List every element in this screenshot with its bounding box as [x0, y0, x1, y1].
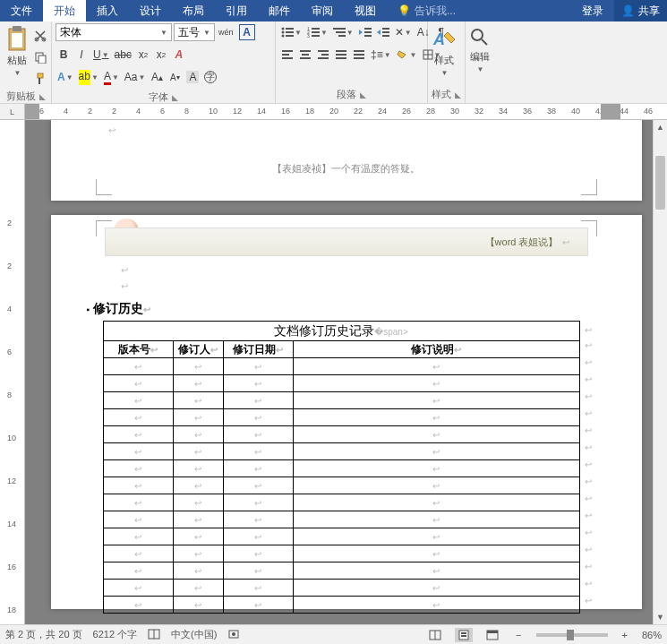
table-cell[interactable]: ↩: [223, 426, 293, 443]
table-cell[interactable]: ↩: [103, 528, 173, 545]
table-cell[interactable]: ↩: [103, 392, 173, 409]
tell-me[interactable]: 💡 告诉我...: [387, 0, 466, 21]
text-effects-button[interactable]: A▼: [56, 68, 75, 86]
table-cell[interactable]: ↩: [103, 494, 173, 511]
font-size-select[interactable]: 五号▼: [174, 23, 215, 41]
table-cell[interactable]: ↩: [293, 392, 579, 409]
view-web-button[interactable]: [483, 628, 501, 642]
zoom-in-button[interactable]: +: [619, 630, 631, 640]
table-cell[interactable]: ↩: [223, 545, 293, 562]
table-cell[interactable]: ↩: [223, 460, 293, 477]
character-shading-button[interactable]: A: [184, 68, 201, 86]
align-justify-button[interactable]: [333, 46, 349, 64]
status-page[interactable]: 第 2 页，共 20 页: [5, 628, 82, 641]
tab-layout[interactable]: 布局: [172, 0, 215, 21]
font-launcher[interactable]: ◣: [172, 93, 178, 102]
italic-button[interactable]: I: [73, 46, 90, 64]
table-cell[interactable]: ↩: [103, 375, 173, 392]
login-button[interactable]: 登录: [571, 0, 614, 21]
zoom-slider[interactable]: [536, 633, 608, 637]
table-cell[interactable]: ↩: [173, 580, 223, 597]
table-cell[interactable]: ↩: [293, 562, 579, 580]
asian-layout-button[interactable]: ✕▼: [393, 23, 414, 41]
table-cell[interactable]: ↩: [173, 426, 223, 443]
scroll-thumb[interactable]: [655, 156, 665, 210]
table-cell[interactable]: ↩: [223, 580, 293, 597]
table-cell[interactable]: ↩: [223, 477, 293, 494]
scroll-down-button[interactable]: ▼: [654, 610, 667, 624]
tab-home[interactable]: 开始: [43, 0, 86, 21]
cut-button[interactable]: [32, 27, 48, 45]
table-cell[interactable]: ↩: [103, 409, 173, 426]
table-cell[interactable]: ↩: [293, 511, 579, 528]
tab-references[interactable]: 引用: [215, 0, 258, 21]
table-cell[interactable]: ↩: [173, 409, 223, 426]
table-cell[interactable]: ↩: [103, 477, 173, 494]
multilevel-list-button[interactable]: ▼: [331, 23, 355, 41]
share-button[interactable]: 👤 共享: [614, 0, 667, 21]
editing-button[interactable]: 编辑 ▼: [469, 23, 491, 73]
table-cell[interactable]: ↩: [293, 597, 579, 614]
table-cell[interactable]: ↩: [103, 511, 173, 528]
table-cell[interactable]: ↩: [173, 528, 223, 545]
table-cell[interactable]: ↩: [293, 426, 579, 443]
table-cell[interactable]: ↩: [223, 358, 293, 375]
distribute-button[interactable]: [351, 46, 367, 64]
table-cell[interactable]: ↩: [173, 477, 223, 494]
tab-view[interactable]: 视图: [344, 0, 387, 21]
table-cell[interactable]: ↩: [293, 358, 579, 375]
table-cell[interactable]: ↩: [223, 375, 293, 392]
line-spacing-button[interactable]: ‡≡▼: [369, 46, 393, 64]
table-cell[interactable]: ↩: [293, 375, 579, 392]
subscript-button[interactable]: x2: [135, 46, 151, 64]
table-cell[interactable]: ↩: [293, 545, 579, 562]
table-cell[interactable]: ↩: [173, 545, 223, 562]
decrease-indent-button[interactable]: [357, 23, 373, 41]
tab-file[interactable]: 文件: [0, 0, 43, 21]
table-cell[interactable]: ↩: [223, 597, 293, 614]
table-cell[interactable]: ↩: [103, 580, 173, 597]
align-center-button[interactable]: [297, 46, 313, 64]
font-color-button[interactable]: A▼: [102, 68, 121, 86]
table-cell[interactable]: ↩: [293, 460, 579, 477]
increase-indent-button[interactable]: [375, 23, 391, 41]
highlight-button[interactable]: ab▼: [77, 68, 100, 86]
horizontal-ruler[interactable]: 6422468101214161820222426283032343638404…: [25, 104, 667, 119]
zoom-knob[interactable]: [567, 630, 574, 640]
vertical-scrollbar[interactable]: ▲ ▼: [653, 120, 667, 624]
table-cell[interactable]: ↩: [103, 597, 173, 614]
table-cell[interactable]: ↩: [103, 426, 173, 443]
table-cell[interactable]: ↩: [173, 443, 223, 460]
table-cell[interactable]: ↩: [103, 443, 173, 460]
table-cell[interactable]: ↩: [223, 562, 293, 580]
paragraph-launcher[interactable]: ◣: [360, 90, 366, 99]
strikethrough-button[interactable]: abc: [113, 46, 133, 64]
tab-review[interactable]: 审阅: [301, 0, 344, 21]
styles-launcher[interactable]: ◣: [455, 90, 461, 99]
tab-insert[interactable]: 插入: [86, 0, 129, 21]
table-cell[interactable]: ↩: [293, 443, 579, 460]
table-cell[interactable]: ↩: [223, 494, 293, 511]
table-cell[interactable]: ↩: [173, 460, 223, 477]
phonetic-guide-button[interactable]: wén: [217, 23, 235, 41]
zoom-level[interactable]: 86%: [642, 630, 662, 640]
styles-button[interactable]: A 样式 ▼: [432, 23, 457, 77]
table-cell[interactable]: ↩: [223, 409, 293, 426]
table-cell[interactable]: ↩: [173, 392, 223, 409]
table-cell[interactable]: ↩: [103, 358, 173, 375]
table-cell[interactable]: ↩: [223, 443, 293, 460]
table-cell[interactable]: ↩: [173, 494, 223, 511]
status-language[interactable]: 中文(中国): [171, 628, 217, 641]
align-right-button[interactable]: [315, 46, 331, 64]
tab-mailings[interactable]: 邮件: [258, 0, 301, 21]
copy-button[interactable]: [32, 48, 48, 66]
scroll-up-button[interactable]: ▲: [654, 120, 667, 134]
underline-button[interactable]: U▼: [91, 46, 111, 64]
zoom-out-button[interactable]: −: [512, 630, 525, 640]
table-cell[interactable]: ↩: [223, 511, 293, 528]
table-cell[interactable]: ↩: [293, 528, 579, 545]
superscript-button[interactable]: x2: [153, 46, 169, 64]
table-cell[interactable]: ↩: [173, 375, 223, 392]
table-cell[interactable]: ↩: [173, 562, 223, 580]
table-cell[interactable]: ↩: [293, 580, 579, 597]
